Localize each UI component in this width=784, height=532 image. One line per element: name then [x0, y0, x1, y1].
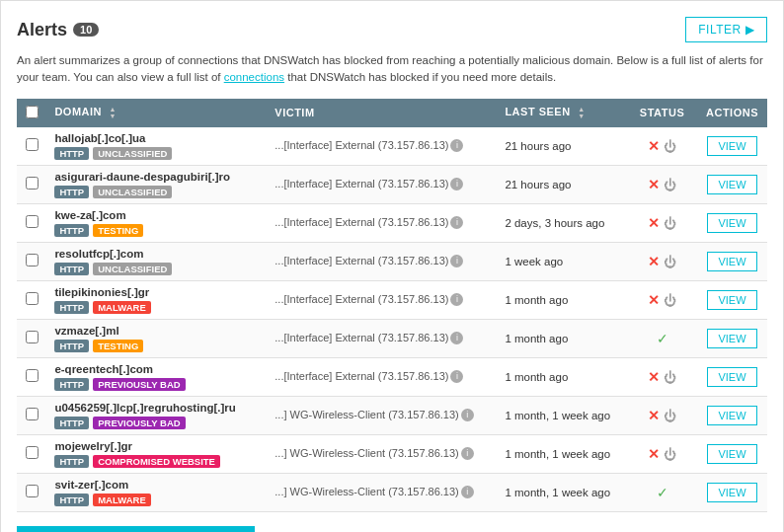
row-checkbox-cell [17, 280, 46, 319]
view-button[interactable]: VIEW [707, 406, 756, 425]
victim-text: ...[Interface] External (73.157.86.13) [274, 255, 448, 266]
domain-cell: tilepikinonies[.]grHTTPMALWARE [46, 280, 267, 319]
row-checkbox[interactable] [26, 177, 39, 190]
victim-text: ...[Interface] External (73.157.86.13) [274, 293, 448, 305]
domain-name: svit-zer[.]com [54, 479, 259, 491]
plug-icon[interactable]: ⏻ [664, 178, 676, 192]
domain-cell: u0456259[.]lcp[.]regruhosting[.]ruHTTPPR… [46, 396, 267, 434]
status-cell: ✕⏻ [627, 203, 697, 242]
row-checkbox[interactable] [26, 215, 39, 228]
row-checkbox-cell [17, 434, 46, 473]
info-icon[interactable]: i [450, 255, 463, 267]
row-checkbox[interactable] [26, 446, 39, 459]
plug-icon[interactable]: ⏻ [664, 255, 676, 269]
page-title: Alerts [17, 20, 67, 40]
row-checkbox-cell [17, 127, 46, 166]
row-checkbox[interactable] [26, 254, 39, 266]
actions-cell: VIEW [697, 473, 767, 511]
tag-row: HTTPUNCLASSIFIED [54, 263, 259, 275]
connections-link[interactable]: connections [224, 71, 284, 83]
victim-text: ...[Interface] External (73.157.86.13) [274, 178, 448, 190]
view-button[interactable]: VIEW [707, 213, 756, 233]
row-checkbox[interactable] [26, 408, 39, 420]
plug-icon[interactable]: ⏻ [664, 293, 676, 308]
view-button[interactable]: VIEW [707, 483, 756, 502]
row-checkbox[interactable] [26, 138, 39, 151]
status-cell: ✕⏻ [627, 242, 697, 280]
info-icon[interactable]: i [461, 409, 474, 421]
info-icon[interactable]: i [450, 139, 463, 152]
status-cell: ✕⏻ [627, 280, 697, 319]
x-icon: ✕ [648, 369, 660, 385]
plug-icon[interactable]: ⏻ [664, 370, 676, 385]
view-button[interactable]: VIEW [707, 175, 756, 194]
info-icon[interactable]: i [450, 293, 463, 306]
view-button[interactable]: VIEW [707, 290, 756, 310]
table-row: asigurari-daune-despagubiri[.]roHTTPUNCL… [17, 165, 767, 203]
info-icon[interactable]: i [450, 332, 463, 344]
tag-testing: TESTING [93, 224, 143, 237]
view-button[interactable]: VIEW [707, 252, 756, 271]
header-domain: DOMAIN ▲▼ [46, 99, 267, 127]
actions-cell: VIEW [697, 280, 767, 319]
header-status: STATUS [627, 99, 697, 127]
domain-name: tilepikinonies[.]gr [54, 286, 259, 298]
info-icon[interactable]: i [450, 370, 463, 383]
title-area: Alerts 10 [17, 20, 99, 40]
tag-row: HTTPPREVIOUSLY BAD [54, 417, 259, 429]
plug-icon[interactable]: ⏻ [664, 216, 676, 231]
view-button[interactable]: VIEW [707, 329, 756, 348]
view-button[interactable]: VIEW [707, 136, 756, 156]
tag-unclassified: UNCLASSIFIED [93, 263, 172, 275]
description-text: An alert summarizes a group of connectio… [17, 52, 767, 87]
lastseen-cell: 1 month ago [497, 357, 627, 396]
actions-cell: VIEW [697, 396, 767, 434]
lastseen-cell: 1 month ago [497, 280, 627, 319]
info-icon[interactable]: i [461, 486, 474, 498]
info-icon[interactable]: i [461, 447, 474, 460]
status-cell: ✕⏻ [627, 357, 697, 396]
info-icon[interactable]: i [450, 178, 463, 190]
victim-text: ...[Interface] External (73.157.86.13) [274, 216, 448, 228]
plug-icon[interactable]: ⏻ [664, 447, 676, 462]
domain-name: e-qreentech[.]com [54, 363, 259, 375]
table-row: u0456259[.]lcp[.]regruhosting[.]ruHTTPPR… [17, 396, 767, 434]
plug-icon[interactable]: ⏻ [664, 409, 676, 423]
resolve-selected-button[interactable]: RESOLVE SELECTED ALERTS [17, 526, 255, 533]
lastseen-cell: 1 month, 1 week ago [497, 396, 627, 434]
row-checkbox[interactable] [26, 485, 39, 497]
status-cell: ✕⏻ [627, 127, 697, 166]
tag-http: HTTP [54, 417, 89, 429]
victim-text: ...[Interface] External (73.157.86.13) [274, 139, 448, 151]
domain-sort-arrows[interactable]: ▲▼ [110, 106, 117, 119]
table-row: vzmaze[.]mlHTTPTESTING...[Interface] Ext… [17, 319, 767, 357]
plug-icon[interactable]: ⏻ [664, 139, 676, 154]
tag-http: HTTP [54, 340, 89, 352]
actions-cell: VIEW [697, 319, 767, 357]
filter-button[interactable]: FILTER ▶ [685, 17, 767, 42]
view-button[interactable]: VIEW [707, 444, 756, 464]
victim-cell: ...[Interface] External (73.157.86.13)i [267, 280, 497, 319]
lastseen-sort-arrows[interactable]: ▲▼ [578, 106, 585, 119]
lastseen-cell: 1 month, 1 week ago [497, 434, 627, 473]
select-all-checkbox[interactable] [26, 106, 39, 118]
row-checkbox[interactable] [26, 369, 39, 382]
check-icon: ✓ [657, 331, 668, 346]
row-checkbox[interactable] [26, 331, 39, 343]
tag-http: HTTP [54, 455, 89, 468]
info-icon[interactable]: i [450, 216, 463, 229]
actions-cell: VIEW [697, 357, 767, 396]
header-row: Alerts 10 FILTER ▶ [17, 17, 767, 42]
view-button[interactable]: VIEW [707, 367, 756, 387]
status-cell: ✕⏻ [627, 165, 697, 203]
row-checkbox[interactable] [26, 292, 39, 305]
tag-http: HTTP [54, 224, 89, 237]
tag-row: HTTPTESTING [54, 340, 259, 352]
header-actions: ACTIONS [697, 99, 767, 127]
lastseen-cell: 1 month ago [497, 319, 627, 357]
tag-row: HTTPUNCLASSIFIED [54, 147, 259, 160]
tag-http: HTTP [54, 301, 89, 314]
tag-unclassified: UNCLASSIFIED [93, 147, 172, 160]
victim-cell: ...[Interface] External (73.157.86.13)i [267, 242, 497, 280]
tag-http: HTTP [54, 263, 89, 275]
